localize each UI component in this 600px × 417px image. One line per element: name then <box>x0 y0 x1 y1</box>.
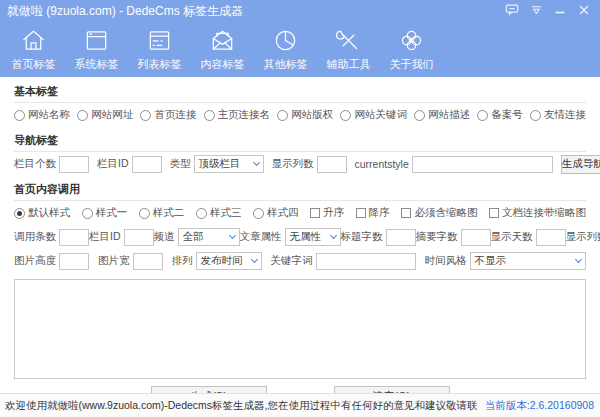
chevron-down-icon <box>329 232 336 239</box>
nav-fields-row: 栏目个数 栏目ID 类型 顶级栏目 显示列数 currentstyle 生成导航 <box>14 152 586 176</box>
radio-icon <box>14 110 25 121</box>
minimize-button[interactable] <box>550 2 570 20</box>
titlebar: 就做啦 (9zuola.com) - DedeCms 标签生成器 <box>0 0 600 22</box>
keywords-input[interactable] <box>316 253 416 270</box>
article-attr-select[interactable]: 无属性 <box>285 228 341 246</box>
toolbar-item-content-tags[interactable]: 内容标签 <box>193 25 252 72</box>
radio-label: 主页连接名 <box>218 108 271 122</box>
toolbar-item-about-us[interactable]: 关于我们 <box>382 25 441 72</box>
display-cols-input[interactable] <box>317 156 347 173</box>
output-textarea[interactable] <box>14 279 586 379</box>
checkbox-ascending[interactable]: 升序 <box>310 206 344 220</box>
home-fields-row-1: 调用条数 栏目ID 频道 全部 文章属性 无属性 标题字数 摘要字数 显示天数 … <box>14 225 586 249</box>
img-height-label: 图片高度 <box>14 254 56 268</box>
radio-friend-links[interactable]: 友情连接 <box>530 108 586 122</box>
checkbox-icon <box>356 208 366 218</box>
toolbar-item-label: 辅助工具 <box>327 57 371 72</box>
display-cols-label: 显示列数 <box>272 157 314 171</box>
radio-home-link-name[interactable]: 主页连接名 <box>204 108 271 122</box>
radio-selected-icon <box>14 208 25 219</box>
radio-icon <box>414 110 425 121</box>
checkbox-label: 降序 <box>369 206 390 220</box>
radio-label: 样式二 <box>153 206 185 220</box>
feedback-button[interactable] <box>502 2 522 20</box>
feedback-bubble-icon <box>505 2 519 20</box>
checkbox-require-thumbnail[interactable]: 必须含缩略图 <box>401 206 477 220</box>
column-id-input[interactable] <box>132 156 162 173</box>
clear-button[interactable]: 清空(Q) <box>334 386 450 393</box>
checkbox-icon <box>310 208 320 218</box>
checkbox-descending[interactable]: 降序 <box>356 206 390 220</box>
img-width-input[interactable] <box>133 253 163 270</box>
tools-icon <box>335 25 362 55</box>
toolbar: 首页标签 系统标签 列表标签 内容标签 其他标签 辅助工具 关于我们 <box>0 22 600 77</box>
basic-options-row: 网站名称 网站网址 首页连接 主页连接名 网站版权 网站关键词 网站描述 备案号… <box>14 103 586 127</box>
toolbar-item-home-tags[interactable]: 首页标签 <box>4 25 63 72</box>
close-button[interactable] <box>574 2 594 20</box>
img-height-input[interactable] <box>59 253 89 270</box>
title-chars-label: 标题字数 <box>341 230 383 244</box>
dropdown-menu-button[interactable] <box>526 2 546 20</box>
type-label: 类型 <box>170 157 191 171</box>
type-select[interactable]: 顶级栏目 <box>194 155 264 173</box>
call-count-input[interactable] <box>59 229 89 246</box>
toolbar-item-list-tags[interactable]: 列表标签 <box>130 25 189 72</box>
version-label: 当前版本:2.6.20160908 <box>485 399 594 413</box>
checkbox-icon <box>401 208 411 218</box>
radio-icon <box>477 110 488 121</box>
radio-label: 友情连接 <box>544 108 586 122</box>
toolbar-item-system-tags[interactable]: 系统标签 <box>67 25 126 72</box>
toolbar-item-label: 关于我们 <box>390 57 434 72</box>
order-select[interactable]: 发布时间 <box>196 252 262 270</box>
radio-style-4[interactable]: 样式四 <box>253 206 299 220</box>
column-id-label: 栏目ID <box>89 230 121 244</box>
type-select-value: 顶级栏目 <box>199 157 241 171</box>
radio-style-3[interactable]: 样式三 <box>196 206 242 220</box>
column-count-input[interactable] <box>59 156 89 173</box>
radio-site-url[interactable]: 网站网址 <box>77 108 133 122</box>
radio-style-1[interactable]: 样式一 <box>82 206 128 220</box>
radio-style-default[interactable]: 默认样式 <box>14 206 70 220</box>
status-message: 欢迎使用就做啦(www.9zuola.com)-Dedecms标签生成器,您在使… <box>5 399 477 413</box>
toolbar-item-other-tags[interactable]: 其他标签 <box>256 25 315 72</box>
display-cols-label: 显示列数 <box>566 230 600 244</box>
channel-select[interactable]: 全部 <box>178 228 240 246</box>
radio-label: 样式一 <box>96 206 128 220</box>
toolbar-item-helper-tools[interactable]: 辅助工具 <box>319 25 378 72</box>
radio-icp-number[interactable]: 备案号 <box>477 108 523 122</box>
radio-home-link[interactable]: 首页连接 <box>140 108 196 122</box>
radio-label: 网站描述 <box>428 108 470 122</box>
radio-site-keywords[interactable]: 网站关键词 <box>340 108 407 122</box>
summary-chars-input[interactable] <box>461 229 491 246</box>
img-width-label: 图片宽 <box>98 254 130 268</box>
radio-icon <box>82 208 93 219</box>
checkbox-doclink-thumbnail[interactable]: 文档连接带缩略图 <box>489 206 586 220</box>
list-icon <box>146 25 173 55</box>
minimize-icon <box>554 2 566 20</box>
checkbox-label: 文档连接带缩略图 <box>502 206 586 220</box>
radio-site-description[interactable]: 网站描述 <box>414 108 470 122</box>
title-chars-input[interactable] <box>386 229 416 246</box>
radio-label: 备案号 <box>491 108 523 122</box>
show-days-input[interactable] <box>536 229 566 246</box>
toolbar-item-label: 首页标签 <box>12 57 56 72</box>
radio-icon <box>140 110 151 121</box>
show-days-label: 显示天数 <box>491 230 533 244</box>
checkbox-label: 升序 <box>323 206 344 220</box>
generate-button[interactable]: 生成(S) <box>151 386 267 393</box>
currentstyle-input[interactable] <box>412 156 553 173</box>
radio-label: 网站关键词 <box>354 108 407 122</box>
radio-style-2[interactable]: 样式二 <box>139 206 185 220</box>
article-attr-label: 文章属性 <box>240 230 282 244</box>
radio-label: 默认样式 <box>28 206 70 220</box>
home-column-id-input[interactable] <box>124 229 154 246</box>
time-style-select[interactable]: 不显示 <box>470 252 587 270</box>
channel-label: 频道 <box>154 230 175 244</box>
checkbox-label: 必须含缩略图 <box>414 206 477 220</box>
chevron-down-icon <box>252 159 259 166</box>
generate-nav-button[interactable]: 生成导航 <box>561 155 600 174</box>
radio-site-name[interactable]: 网站名称 <box>14 108 70 122</box>
basic-section-title: 基本标签 <box>14 78 586 103</box>
toolbar-item-label: 列表标签 <box>138 57 182 72</box>
radio-site-copyright[interactable]: 网站版权 <box>277 108 333 122</box>
